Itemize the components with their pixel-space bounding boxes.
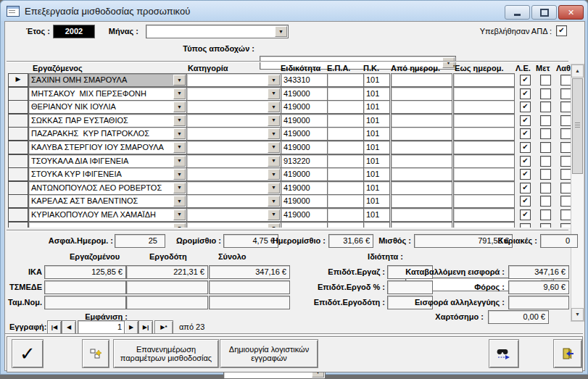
to-date-input[interactable] — [453, 154, 515, 168]
specialty-input[interactable]: 913220 — [281, 154, 328, 168]
met-checkbox[interactable] — [540, 115, 551, 126]
tamnom-employer-input[interactable] — [126, 296, 208, 309]
chevron-down-icon[interactable]: ▼ — [268, 128, 280, 139]
ika-total-input[interactable]: 347,16 € — [209, 265, 290, 279]
employee-combo[interactable]: ΤΣΟΥΚΑΛΑ ΔΙΑ ΙΦΙΓΕΝΕΙΑ▼ — [28, 154, 187, 168]
chevron-down-icon[interactable]: ▼ — [173, 169, 186, 180]
chevron-down-icon[interactable]: ▼ — [173, 156, 186, 167]
epa-input[interactable] — [327, 222, 364, 228]
row-selector[interactable] — [8, 167, 28, 181]
lath-checkbox[interactable] — [560, 183, 571, 193]
category-combo[interactable]: ▼ — [186, 141, 281, 154]
apd-checkbox[interactable] — [556, 25, 567, 36]
lath-checkbox[interactable] — [560, 209, 571, 220]
pk-input[interactable]: 101 — [363, 100, 390, 114]
le-checkbox[interactable] — [520, 196, 531, 207]
properties-button[interactable] — [82, 339, 109, 368]
pk-input[interactable]: 101 — [363, 73, 390, 87]
to-date-input[interactable] — [453, 222, 515, 228]
le-checkbox[interactable] — [520, 209, 531, 220]
row-selector[interactable] — [8, 87, 28, 101]
employee-combo[interactable]: ΑΝΤΩΝΟΠΟΥΛΟΣ ΛΕΟ ΡΟΒΕΡΤΟΣ▼ — [28, 181, 187, 195]
tamnom-employee-input[interactable] — [44, 296, 126, 309]
row-selector[interactable] — [8, 181, 28, 195]
met-checkbox[interactable] — [540, 88, 551, 99]
specialty-input[interactable]: 343310 — [281, 73, 328, 87]
epa-input[interactable] — [327, 127, 364, 141]
from-date-input[interactable] — [391, 222, 452, 228]
from-date-input[interactable] — [391, 73, 452, 87]
from-date-input[interactable] — [391, 87, 452, 101]
met-checkbox[interactable] — [540, 101, 551, 112]
sundays-input[interactable]: 0 — [540, 234, 578, 248]
lath-checkbox[interactable] — [560, 101, 571, 112]
employee-combo[interactable]: ΚΥΡΙΑΚΟΠΟΥΛΟΥ ΜΕΛ ΧΑΜΑΪΔΗ▼ — [28, 208, 187, 222]
to-date-input[interactable] — [453, 208, 515, 222]
chevron-down-icon[interactable]: ▼ — [173, 75, 186, 86]
month-combo[interactable]: 09-Σεπτέμβριος ▼ — [146, 25, 289, 38]
employee-combo[interactable]: ΚΑΛΥΒΑ ΣΤΕΡΓΙΟΥ ΙΟΥ ΣΜΑΡΟΥΛΑ▼ — [28, 141, 187, 154]
epa-input[interactable] — [327, 100, 364, 114]
daily-wage-input[interactable]: 31,66 € — [328, 234, 373, 248]
pk-input[interactable]: 101 — [363, 181, 390, 195]
le-checkbox[interactable] — [520, 101, 531, 112]
tsmede-employer-input[interactable] — [126, 280, 208, 294]
category-combo[interactable]: ▼ — [186, 181, 281, 195]
epa-input[interactable] — [327, 87, 364, 101]
to-date-input[interactable] — [453, 114, 515, 128]
specialty-input[interactable]: 419000 — [281, 141, 328, 154]
nav-new-record-button[interactable]: ▶* — [154, 320, 173, 335]
pk-input[interactable]: 101 — [363, 114, 390, 128]
row-selector[interactable] — [8, 100, 28, 114]
from-date-input[interactable] — [391, 167, 452, 181]
epa-input[interactable] — [327, 141, 364, 154]
le-checkbox[interactable] — [520, 115, 531, 126]
employee-combo[interactable]: ▼ — [28, 222, 187, 228]
tax-input[interactable]: 9,60 € — [508, 280, 569, 294]
employee-combo[interactable]: ΘΕΡΙΑΝΟΥ ΝΙΚ ΙΟΥΛΙΑ▼ — [28, 100, 187, 114]
met-checkbox[interactable] — [540, 183, 551, 193]
epa-input[interactable] — [327, 194, 364, 208]
pk-input[interactable] — [363, 222, 390, 228]
specialty-input[interactable] — [281, 222, 328, 228]
category-combo[interactable]: ▼ — [186, 208, 281, 222]
close-button[interactable]: ✕ — [558, 5, 584, 20]
from-date-input[interactable] — [391, 127, 452, 141]
employee-combo[interactable]: ΣΑΧΙΝΗ ΟΜΗ ΣΜΑΡΟΥΛΑ▼ — [28, 73, 187, 87]
year-input[interactable]: 2002 — [53, 25, 95, 38]
from-date-input[interactable] — [391, 208, 452, 222]
met-checkbox[interactable] — [540, 209, 551, 220]
row-selector[interactable] — [8, 127, 28, 141]
specialty-input[interactable]: 419000 — [281, 127, 328, 141]
specialty-input[interactable]: 419000 — [281, 87, 328, 101]
pk-input[interactable]: 101 — [363, 194, 390, 208]
le-checkbox[interactable] — [520, 142, 531, 153]
from-date-input[interactable] — [391, 154, 452, 168]
ika-employer-input[interactable]: 221,31 € — [126, 265, 208, 279]
le-checkbox[interactable] — [520, 88, 531, 99]
nav-first-button[interactable]: |◀ — [47, 320, 62, 335]
epidot-ergod-pct-input[interactable] — [387, 280, 433, 294]
category-combo[interactable]: ▼ — [186, 222, 281, 228]
vertical-scrollbar[interactable]: ▲ ▼ — [571, 64, 584, 322]
to-date-input[interactable] — [453, 194, 515, 208]
to-date-input[interactable] — [453, 127, 515, 141]
from-date-input[interactable] — [391, 100, 452, 114]
from-date-input[interactable] — [391, 194, 452, 208]
from-date-input[interactable] — [391, 114, 452, 128]
chevron-down-icon[interactable]: ▼ — [173, 128, 186, 139]
category-combo[interactable]: ▼ — [186, 154, 281, 168]
nav-last-button[interactable]: ▶| — [138, 320, 153, 335]
met-checkbox[interactable] — [540, 223, 551, 228]
to-date-input[interactable] — [453, 100, 515, 114]
scroll-up-icon[interactable]: ▲ — [571, 64, 584, 78]
epa-input[interactable] — [327, 73, 364, 87]
lath-checkbox[interactable] — [560, 156, 571, 167]
to-date-input[interactable] — [453, 73, 515, 87]
category-combo[interactable]: ▼ — [186, 127, 281, 141]
met-checkbox[interactable] — [540, 128, 551, 139]
chevron-down-icon[interactable]: ▼ — [268, 75, 280, 86]
to-date-input[interactable] — [453, 87, 515, 101]
pk-input[interactable]: 101 — [363, 87, 390, 101]
pk-input[interactable]: 101 — [363, 167, 390, 181]
